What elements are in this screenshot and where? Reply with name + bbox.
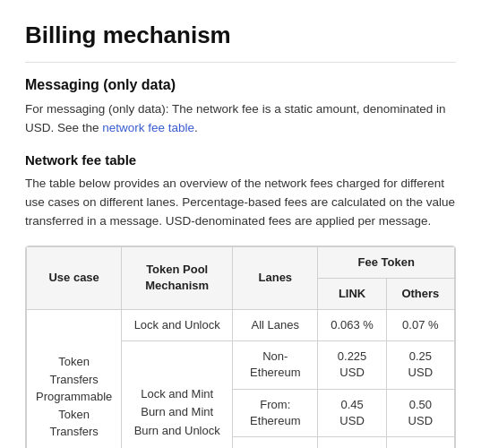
lanes-all: All Lanes — [233, 309, 318, 340]
link-fee-1: 0.063 % — [318, 309, 386, 340]
usecase-token: Token TransfersProgrammable Token Transf… — [27, 309, 122, 448]
lanes-to-eth: To: Ethereum — [233, 436, 318, 448]
link-fee-4: 1.35 USD — [318, 436, 386, 448]
col-header-link: LINK — [318, 278, 386, 309]
others-fee-3: 0.50 USD — [386, 389, 454, 436]
col-header-mechanism: Token Pool Mechanism — [122, 246, 233, 309]
col-header-others: Others — [386, 278, 454, 309]
network-fee-heading: Network fee table — [25, 152, 456, 168]
others-fee-2: 0.25 USD — [386, 341, 454, 389]
messaging-description: For messaging (only data): The network f… — [25, 100, 456, 138]
link-fee-2: 0.225 USD — [318, 341, 386, 389]
col-header-lanes: Lanes — [233, 246, 318, 309]
link-fee-3: 0.45 USD — [318, 389, 386, 436]
mechanism-lock-mint: Lock and MintBurn and MintBurn and Unloc… — [122, 341, 233, 448]
lanes-from-eth: From: Ethereum — [233, 389, 318, 436]
lanes-non-eth-1: Non-Ethereum — [233, 341, 318, 389]
others-fee-1: 0.07 % — [386, 309, 454, 340]
network-fee-link[interactable]: network fee table — [102, 121, 194, 134]
mechanism-lock-unlock: Lock and Unlock — [122, 309, 233, 340]
messaging-desc-after: . — [194, 121, 198, 134]
table-row: Token TransfersProgrammable Token Transf… — [27, 309, 455, 340]
network-fee-description: The table below provides an overview of … — [25, 175, 456, 231]
col-header-usecase: Use case — [27, 246, 122, 309]
fee-table: Use case Token Pool Mechanism Lanes Fee … — [26, 246, 455, 448]
col-header-fee-token: Fee Token — [318, 246, 455, 278]
others-fee-4: 1.50 USD — [386, 436, 454, 448]
messaging-heading: Messaging (only data) — [25, 77, 456, 93]
messaging-desc-before: For messaging (only data): The network f… — [25, 102, 446, 134]
page-title: Billing mechanism — [25, 22, 456, 49]
fee-table-container: Use case Token Pool Mechanism Lanes Fee … — [25, 246, 456, 448]
